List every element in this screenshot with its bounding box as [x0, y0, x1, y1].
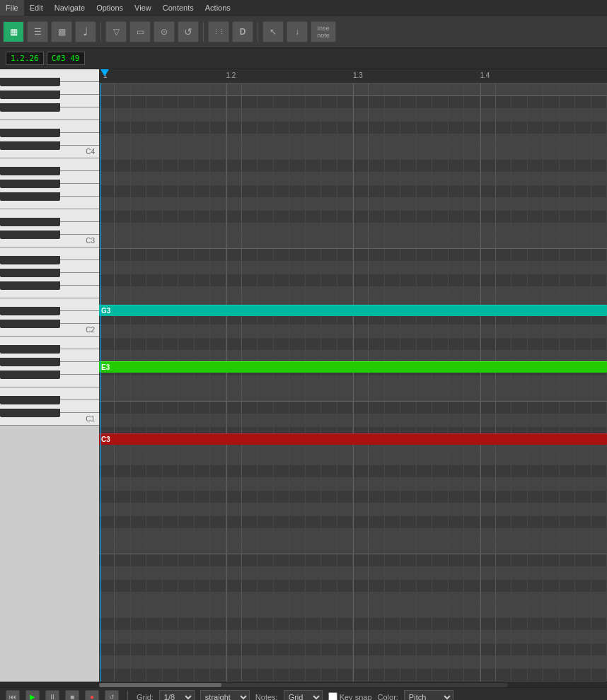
grid-cell[interactable] [210, 134, 226, 146]
grid-row[interactable] [99, 109, 607, 122]
grid-cell[interactable] [385, 160, 400, 172]
grid-cell[interactable] [353, 618, 369, 630]
grid-cell[interactable] [99, 554, 115, 566]
grid-cell[interactable] [449, 160, 464, 172]
grid-cell[interactable] [353, 274, 369, 286]
grid-cell[interactable] [369, 465, 384, 477]
grid-cell[interactable] [353, 287, 369, 299]
grid-cell[interactable] [289, 465, 305, 477]
grid-cell[interactable] [210, 223, 226, 235]
grid-cell[interactable] [400, 211, 416, 223]
grid-cell[interactable] [321, 567, 337, 579]
pause-btn[interactable]: ⏸ [45, 690, 59, 701]
grid-cell[interactable] [146, 185, 162, 197]
grid-cell[interactable] [99, 249, 115, 261]
blocks-tool-btn[interactable]: ▩ [51, 21, 72, 42]
grid-cell[interactable] [99, 669, 115, 681]
menu-file[interactable]: File [0, 0, 24, 16]
grid-cell[interactable] [385, 593, 400, 605]
grid-cell[interactable] [178, 656, 194, 668]
grid-cell[interactable] [306, 554, 321, 566]
grid-cell[interactable] [210, 529, 226, 541]
grid-cell[interactable] [178, 122, 194, 134]
grid-cell[interactable] [210, 631, 226, 643]
go-start-btn[interactable]: ⏮ [6, 690, 20, 701]
grid-cell[interactable] [306, 593, 321, 605]
grid-cell[interactable] [226, 376, 242, 388]
grid-cell[interactable] [306, 338, 321, 350]
grid-cell[interactable] [274, 503, 289, 515]
grid-cell[interactable] [337, 453, 353, 465]
grid-cell[interactable] [195, 96, 210, 108]
grid-cell[interactable] [178, 567, 194, 579]
grid-cell[interactable] [353, 185, 369, 197]
grid-cell[interactable] [449, 414, 464, 426]
grid-cell[interactable] [321, 376, 337, 388]
grid-cell[interactable] [511, 109, 527, 121]
grid-cell[interactable] [274, 287, 289, 299]
grid-cell[interactable] [274, 389, 289, 401]
grid-cell[interactable] [575, 656, 591, 668]
grid-cell[interactable] [528, 567, 543, 579]
grid-cell[interactable] [417, 173, 432, 185]
grid-cell[interactable] [575, 325, 591, 337]
grid-cell[interactable] [274, 491, 289, 503]
grid-cell[interactable] [163, 631, 178, 643]
grid-cell[interactable] [528, 96, 543, 108]
grid-cell[interactable] [353, 554, 369, 566]
grid-cell[interactable] [131, 122, 146, 134]
grid-cell[interactable] [480, 198, 496, 210]
grid-cell[interactable] [115, 631, 130, 643]
grid-cell[interactable] [306, 465, 321, 477]
scroll-area[interactable] [0, 682, 607, 687]
grid-cell[interactable] [560, 554, 575, 566]
grid-cell[interactable] [575, 529, 591, 541]
grid-cell[interactable] [146, 643, 162, 655]
grid-cell[interactable] [353, 465, 369, 477]
grid-row[interactable] [99, 122, 607, 134]
grid-cell[interactable] [528, 274, 543, 286]
grid-cell[interactable] [210, 605, 226, 617]
grid-cell[interactable] [511, 402, 527, 414]
grid-cell[interactable] [131, 656, 146, 668]
grid-cell[interactable] [163, 593, 178, 605]
key-Gb4[interactable] [0, 103, 60, 112]
grid-cell[interactable] [337, 147, 353, 159]
grid-cell[interactable] [543, 643, 559, 655]
grid-cell[interactable] [178, 516, 194, 528]
grid-cell[interactable] [511, 529, 527, 541]
grid-cell[interactable] [353, 580, 369, 592]
grid-cell[interactable] [178, 236, 194, 248]
grid-cell[interactable] [242, 236, 258, 248]
key-Db2[interactable] [0, 320, 60, 328]
grid-cell[interactable] [528, 185, 543, 197]
grid-cell[interactable] [385, 631, 400, 643]
grid-cell[interactable] [385, 211, 400, 223]
grid-cell[interactable] [195, 503, 210, 515]
grid-cell[interactable] [464, 147, 480, 159]
grid-cell[interactable] [195, 516, 210, 528]
grid-cell[interactable] [449, 605, 464, 617]
grid-cell[interactable] [560, 160, 575, 172]
grid-cell[interactable] [195, 338, 210, 350]
grid-cell[interactable] [432, 402, 448, 414]
grid-cell[interactable] [146, 147, 162, 159]
grid-cell[interactable] [178, 249, 194, 261]
grid-cell[interactable] [353, 389, 369, 401]
grid-cell[interactable] [591, 631, 607, 643]
grid-cell[interactable] [163, 669, 178, 681]
grid-cell[interactable] [306, 631, 321, 643]
grid-cell[interactable] [464, 643, 480, 655]
grid-cell[interactable] [289, 554, 305, 566]
grid-cell[interactable] [528, 376, 543, 388]
grid-cell[interactable] [210, 249, 226, 261]
grid-cell[interactable] [99, 605, 115, 617]
grid-cell[interactable] [575, 223, 591, 235]
grid-cell[interactable] [274, 236, 289, 248]
grid-cell[interactable] [178, 211, 194, 223]
grid-cell[interactable] [496, 211, 511, 223]
grid-cell[interactable] [480, 173, 496, 185]
grid-cell[interactable] [449, 643, 464, 655]
grid-cell[interactable] [591, 516, 607, 528]
grid-cell[interactable] [99, 656, 115, 668]
